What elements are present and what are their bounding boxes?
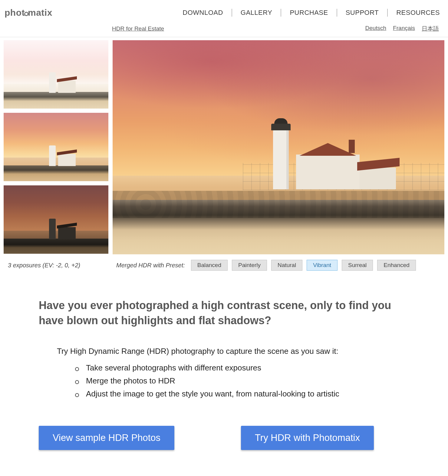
preset-natural[interactable]: Natural xyxy=(271,260,302,271)
merged-hdr-image xyxy=(113,40,444,254)
nav-gallery[interactable]: GALLERY xyxy=(232,9,282,17)
nav-resources[interactable]: RESOURCES xyxy=(388,9,443,17)
step-item: Adjust the image to get the style you wa… xyxy=(75,389,409,399)
preset-enhanced[interactable]: Enhanced xyxy=(377,260,416,271)
gallery-captions: 3 exposures (EV: -2, 0, +2) Merged HDR w… xyxy=(4,260,444,271)
nav-purchase[interactable]: PURCHASE xyxy=(281,9,337,17)
preset-row: Merged HDR with Preset: Balanced Painter… xyxy=(113,260,444,271)
language-nav: Deutsch Français 日本語 xyxy=(365,25,439,33)
preset-vibrant[interactable]: Vibrant xyxy=(307,260,338,271)
nav-support[interactable]: SUPPORT xyxy=(337,9,388,17)
merged-caption: Merged HDR with Preset: xyxy=(116,262,185,269)
hdr-real-estate-link[interactable]: HDR for Real Estate xyxy=(112,25,164,32)
view-samples-button[interactable]: View sample HDR Photos xyxy=(39,426,174,450)
preset-painterly[interactable]: Painterly xyxy=(232,260,267,271)
logo-text-pre: phot xyxy=(5,8,25,18)
logo-text-post: matix xyxy=(28,8,52,18)
steps-list: Take several photographs with different … xyxy=(75,363,409,399)
subheader: HDR for Real Estate Deutsch Français 日本語 xyxy=(0,22,448,37)
cta-row: View sample HDR Photos Try HDR with Phot… xyxy=(39,426,409,450)
preset-balanced[interactable]: Balanced xyxy=(191,260,228,271)
exposure-thumb-overexposed[interactable] xyxy=(4,40,108,109)
intro-section: Have you ever photographed a high contra… xyxy=(33,298,415,450)
section-intro: Try High Dynamic Range (HDR) photography… xyxy=(57,347,409,356)
gallery xyxy=(4,40,444,254)
step-item: Merge the photos to HDR xyxy=(75,376,409,386)
lang-japanese[interactable]: 日本語 xyxy=(422,25,439,33)
step-item: Take several photographs with different … xyxy=(75,363,409,373)
header: photmatix DOWNLOAD GALLERY PURCHASE SUPP… xyxy=(0,0,448,22)
logo-dot-icon xyxy=(24,12,28,16)
exposure-thumb-underexposed[interactable] xyxy=(4,185,108,254)
section-heading: Have you ever photographed a high contra… xyxy=(39,298,409,328)
logo[interactable]: photmatix xyxy=(5,8,52,18)
nav-download[interactable]: DOWNLOAD xyxy=(174,9,232,17)
main-nav: DOWNLOAD GALLERY PURCHASE SUPPORT RESOUR… xyxy=(174,9,443,17)
lang-deutsch[interactable]: Deutsch xyxy=(365,25,386,33)
exposure-thumbnails xyxy=(4,40,108,254)
try-photomatix-button[interactable]: Try HDR with Photomatix xyxy=(241,426,374,450)
preset-surreal[interactable]: Surreal xyxy=(342,260,373,271)
lang-francais[interactable]: Français xyxy=(393,25,415,33)
exposure-thumb-normal[interactable] xyxy=(4,113,108,181)
exposures-caption: 3 exposures (EV: -2, 0, +2) xyxy=(4,262,108,269)
